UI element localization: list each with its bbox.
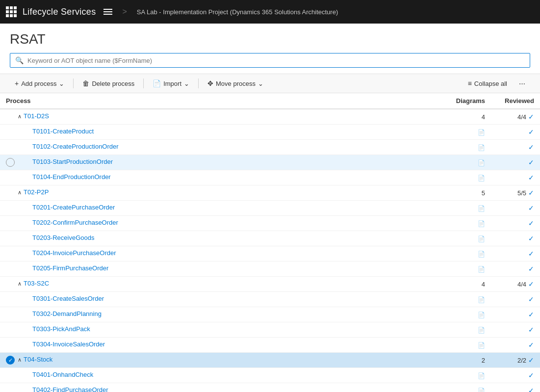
delete-process-button[interactable]: 🗑 Delete process — [77, 77, 139, 90]
table-row[interactable]: ∧T03-S2C44/4✓ — [0, 277, 540, 292]
process-cell: ✓∧T04-Stock — [0, 353, 450, 368]
process-cell: T0304-InvoiceSalesOrder — [0, 338, 450, 353]
app-grid-icon[interactable] — [6, 6, 17, 17]
diagram-icon[interactable]: 📄 — [478, 342, 485, 349]
reviewed-cell: ✓ — [491, 246, 540, 261]
reviewed-cell: ✓ — [491, 261, 540, 277]
diagrams-cell: 2 — [450, 353, 491, 368]
diagram-icon[interactable]: 📄 — [478, 312, 485, 318]
reviewed-cell: ✓ — [491, 125, 540, 140]
diagram-icon[interactable]: 📄 — [478, 144, 485, 151]
reviewed-checkmark: ✓ — [528, 341, 534, 349]
process-cell: T0103-StartProductionOrder — [0, 155, 450, 170]
table-row[interactable]: T0104-EndProductionOrder📄✓ — [0, 170, 540, 185]
table-row[interactable]: T0204-InvoicePurchaseOrder📄✓ — [0, 246, 540, 261]
diagram-icon[interactable]: 📄 — [478, 266, 485, 273]
reviewed-checkmark: ✓ — [528, 371, 534, 379]
diagram-icon[interactable]: 📄 — [478, 235, 485, 242]
diagram-icon[interactable]: 📄 — [478, 175, 485, 182]
diagram-icon[interactable]: 📄 — [478, 220, 485, 227]
diagram-icon[interactable]: 📄 — [478, 159, 485, 166]
diagrams-cell: 4 — [450, 109, 491, 125]
diagram-icon[interactable]: 📄 — [478, 296, 485, 303]
process-cell: T0401-OnhandCheck — [0, 368, 450, 383]
toolbar-separator-1 — [73, 78, 74, 88]
reviewed-checkmark: ✓ — [528, 387, 534, 392]
diagrams-cell: 📄 — [450, 368, 491, 383]
table-row[interactable]: T0103-StartProductionOrder📄✓ — [0, 155, 540, 170]
app-title: Lifecycle Services — [23, 7, 96, 17]
reviewed-checkmark: ✓ — [528, 311, 534, 318]
table-row[interactable]: ∧T01-D2S44/4✓ — [0, 109, 540, 125]
row-checkbox-checked[interactable]: ✓ — [6, 356, 15, 365]
reviewed-checkmark: ✓ — [528, 174, 534, 182]
more-options-button[interactable]: ⋯ — [514, 78, 530, 90]
collapse-icon: ≡ — [468, 79, 472, 87]
table-row[interactable]: T0205-FirmPurchaseOrder📄✓ — [0, 261, 540, 277]
process-cell: T0303-PickAndPack — [0, 322, 450, 338]
table-row[interactable]: T0101-CreateProduct📄✓ — [0, 125, 540, 140]
delete-icon: 🗑 — [82, 79, 89, 87]
diagrams-cell: 📄 — [450, 307, 491, 322]
table-row[interactable]: T0401-OnhandCheck📄✓ — [0, 368, 540, 383]
diagrams-cell: 📄 — [450, 201, 491, 216]
diagrams-cell: 📄 — [450, 338, 491, 353]
move-process-button[interactable]: ✥ Move process ⌄ — [203, 77, 268, 90]
expand-chevron[interactable]: ∧ — [18, 357, 22, 363]
item-name: T0104-EndProductionOrder — [25, 173, 111, 181]
process-cell: T0202-ConfirmPurchaseOrder — [0, 216, 450, 231]
app-header: Lifecycle Services > SA Lab - Implementa… — [0, 0, 540, 24]
hamburger-icon[interactable] — [103, 9, 112, 15]
table-row[interactable]: T0203-ReceiveGoods📄✓ — [0, 231, 540, 246]
reviewed-cell: 4/4✓ — [491, 109, 540, 125]
item-name: T0303-PickAndPack — [25, 325, 90, 333]
table-row[interactable]: ∧T02-P2P55/5✓ — [0, 185, 540, 201]
table-header-row: Process Diagrams Reviewed — [0, 93, 540, 109]
diagram-icon[interactable]: 📄 — [478, 251, 485, 258]
diagrams-cell: 📄 — [450, 231, 491, 246]
col-diagrams: Diagrams — [450, 93, 491, 109]
diagrams-cell: 📄 — [450, 155, 491, 170]
reviewed-cell: ✓ — [491, 231, 540, 246]
item-name: T0201-CreatePurchaseOrder — [25, 204, 115, 211]
table-row[interactable]: T0303-PickAndPack📄✓ — [0, 322, 540, 338]
search-input[interactable] — [27, 57, 525, 64]
reviewed-count: 2/2 — [517, 357, 526, 364]
table-row[interactable]: T0102-CreateProductionOrder📄✓ — [0, 140, 540, 155]
table-row[interactable]: T0301-CreateSalesOrder📄✓ — [0, 292, 540, 307]
process-cell: T0101-CreateProduct — [0, 125, 450, 140]
table-row[interactable]: T0202-ConfirmPurchaseOrder📄✓ — [0, 216, 540, 231]
process-table: Process Diagrams Reviewed ∧T01-D2S44/4✓T… — [0, 93, 540, 392]
add-process-button[interactable]: + Add process ⌄ — [10, 77, 69, 90]
diagrams-cell: 4 — [450, 277, 491, 292]
process-cell: T0301-CreateSalesOrder — [0, 292, 450, 307]
collapse-all-button[interactable]: ≡ Collapse all — [463, 77, 512, 90]
reviewed-cell: ✓ — [491, 155, 540, 170]
row-checkbox-empty[interactable] — [6, 158, 15, 167]
import-button[interactable]: 📄 Import ⌄ — [148, 77, 194, 90]
diagrams-cell: 📄 — [450, 322, 491, 338]
process-cell: T0104-EndProductionOrder — [0, 170, 450, 185]
item-name: T0203-ReceiveGoods — [25, 234, 94, 241]
reviewed-checkmark: ✓ — [528, 280, 534, 288]
diagram-icon[interactable]: 📄 — [478, 129, 485, 136]
reviewed-checkmark: ✓ — [528, 113, 534, 121]
table-row[interactable]: ✓∧T04-Stock22/2✓ — [0, 353, 540, 368]
item-name: T0401-OnhandCheck — [25, 371, 93, 378]
diagram-icon[interactable]: 📄 — [478, 327, 485, 334]
diagram-icon[interactable]: 📄 — [478, 388, 485, 392]
expand-chevron[interactable]: ∧ — [18, 189, 22, 195]
diagrams-cell: 📄 — [450, 261, 491, 277]
expand-chevron[interactable]: ∧ — [18, 281, 22, 287]
table-row[interactable]: T0201-CreatePurchaseOrder📄✓ — [0, 201, 540, 216]
table-row[interactable]: T0304-InvoiceSalesOrder📄✓ — [0, 338, 540, 353]
diagram-icon[interactable]: 📄 — [478, 372, 485, 379]
diagram-icon[interactable]: 📄 — [478, 205, 485, 212]
page-title: RSAT — [0, 24, 540, 53]
process-cell: T0204-InvoicePurchaseOrder — [0, 246, 450, 261]
table-row[interactable]: T0302-DemandPlanning📄✓ — [0, 307, 540, 322]
search-icon: 🔍 — [15, 56, 24, 64]
reviewed-checkmark: ✓ — [528, 250, 534, 258]
table-row[interactable]: T0402-FindPurchaseOrder📄✓ — [0, 383, 540, 392]
expand-chevron[interactable]: ∧ — [18, 113, 22, 119]
